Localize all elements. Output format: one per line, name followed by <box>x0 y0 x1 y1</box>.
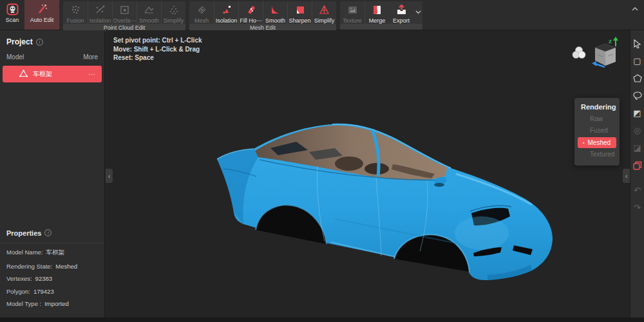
rendering-option-fused[interactable]: Fused <box>574 125 620 137</box>
right-panel-collapse-handle[interactable]: ‹ <box>623 169 630 183</box>
isolation-pc-button[interactable]: Isolation <box>88 1 112 24</box>
rendering-option-raw[interactable]: Raw <box>574 113 620 125</box>
simplify-pc-button[interactable]: Simplify <box>161 1 185 24</box>
merge-icon <box>371 3 384 16</box>
merge-label: Merge <box>369 17 386 24</box>
mesh-icon <box>195 3 208 16</box>
fill-holes-button[interactable]: Fill Ho⋯ <box>238 1 263 24</box>
mesh-model-icon <box>19 70 28 79</box>
rendering-panel-title: Rendering <box>574 103 620 113</box>
fusion-button[interactable]: Fusion <box>63 1 88 24</box>
scan-label: Scan <box>6 17 19 23</box>
fill-holes-icon <box>245 3 258 16</box>
merge-button[interactable]: Merge <box>365 1 389 24</box>
mesh-label: Mesh <box>194 17 209 24</box>
rendering-option-meshed[interactable]: ▪ Meshed <box>578 137 616 148</box>
texture-icon <box>346 3 359 16</box>
smooth-pc-button[interactable]: Smooth <box>137 1 161 24</box>
car-mesh-model[interactable] <box>180 97 567 283</box>
simplify-mesh-label: Simplify <box>314 17 335 24</box>
rectangle-select-icon[interactable]: ▢ <box>632 55 643 66</box>
lasso-select-icon[interactable] <box>632 90 643 101</box>
isolation-pc-label: Isolation <box>90 17 111 24</box>
prop-row-vertexes: Vertexes:92383 <box>0 275 104 282</box>
isolation-mesh-button[interactable]: Isolation <box>214 1 238 24</box>
meshed-bullet-icon: ▪ <box>583 137 584 148</box>
project-info-icon[interactable]: i <box>36 39 43 46</box>
smooth-mesh-label: Smooth <box>265 17 285 24</box>
sharpen-icon <box>294 3 307 16</box>
point-cloud-edit-group: Fusion Isolation Overla⋯ Smooth <box>63 1 185 30</box>
flip-tool-icon[interactable]: ◪ <box>632 142 643 153</box>
overlap-icon <box>118 3 131 16</box>
top-toolbar: Scan Auto Edit Fusion Isolation <box>0 0 644 30</box>
hint-pivot: Set pivot point: Ctrl + L-Click <box>113 36 202 45</box>
prop-row-model-type: Model Type :Imported <box>0 300 104 307</box>
bottom-strip <box>0 317 644 322</box>
auto-edit-label: Auto Edit <box>30 17 54 23</box>
viewport-3d[interactable]: Set pivot point: Ctrl + L-Click Move: Sh… <box>106 30 630 317</box>
properties-divider <box>0 243 104 243</box>
isolation-mesh-label: Isolation <box>216 17 238 24</box>
mesh-edit-group: Mesh Isolation Fill Ho⋯ Smooth <box>189 1 336 30</box>
undo-icon[interactable]: ↶ <box>632 185 643 196</box>
scan-button[interactable]: Scan <box>0 0 24 30</box>
smooth-pc-label: Smooth <box>139 17 159 24</box>
fusion-icon <box>69 3 82 16</box>
auto-edit-button[interactable]: Auto Edit <box>24 0 59 30</box>
simplify-mesh-icon <box>318 3 331 16</box>
fusion-label: Fusion <box>66 17 84 24</box>
export-menu-caret[interactable] <box>413 10 422 14</box>
simplify-mesh-button[interactable]: Simplify <box>312 1 336 24</box>
output-group: Texture Merge Export <box>340 1 422 30</box>
texture-label: Texture <box>343 17 362 24</box>
mesh-button[interactable]: Mesh <box>189 1 214 24</box>
hint-move: Move: Shift + L-Click & Drag <box>113 45 202 54</box>
prop-row-model-name: Model Name:车框架 <box>0 249 104 257</box>
model-list-item[interactable]: 车框架 ⋯ <box>3 66 102 82</box>
toolbar-collapse-button[interactable] <box>630 4 640 14</box>
fill-holes-label: Fill Ho⋯ <box>240 17 262 24</box>
properties-panel: Properties i Model Name:车框架 Rendering St… <box>0 229 104 308</box>
left-panel-collapse-handle[interactable]: ‹ <box>106 169 113 183</box>
overlap-button[interactable]: Overla⋯ <box>112 1 137 24</box>
overlap-label: Overla⋯ <box>113 17 137 24</box>
paint-contrast-icon[interactable]: ◩ <box>632 108 643 118</box>
sharpen-label: Sharpen <box>289 17 310 24</box>
model-item-menu-icon[interactable]: ⋯ <box>88 70 96 79</box>
cursor-select-icon[interactable] <box>632 38 643 49</box>
polygon-select-icon[interactable] <box>632 73 643 84</box>
prop-row-rendering-state: Rendering State:Meshed <box>0 263 104 270</box>
rendering-option-textured[interactable]: Textured <box>574 149 620 160</box>
smooth-pc-icon <box>143 3 156 16</box>
viewport-hints: Set pivot point: Ctrl + L-Click Move: Sh… <box>113 36 202 62</box>
project-panel-title: Project <box>6 37 33 46</box>
selection-toolbar: ▢ ◩ ◎ ◪ ↶ ↷ <box>630 30 644 317</box>
spheres-view-icon[interactable] <box>571 44 587 61</box>
sharpen-button[interactable]: Sharpen <box>287 1 312 24</box>
model-section-label: Model <box>6 53 24 61</box>
overlap-windows-icon[interactable] <box>632 160 643 171</box>
project-panel: Project i Model More 车框架 ⋯ Properties i … <box>0 30 105 317</box>
smooth-mesh-button[interactable]: Smooth <box>263 1 287 24</box>
scan-icon <box>6 3 19 15</box>
z-axis-label: Z <box>609 39 612 44</box>
hint-reset: Reset: Space <box>113 53 202 62</box>
output-group-label <box>340 24 422 30</box>
texture-button[interactable]: Texture <box>340 1 365 24</box>
redo-icon[interactable]: ↷ <box>632 202 643 213</box>
export-button[interactable]: Export <box>389 1 413 24</box>
rendering-panel: Rendering Raw Fused ▪ Meshed Textured <box>574 98 620 166</box>
more-button[interactable]: More <box>83 53 98 61</box>
properties-title: Properties <box>6 229 41 237</box>
isolation-pc-icon <box>94 3 107 16</box>
magic-wand-icon <box>35 3 48 15</box>
properties-info-icon[interactable]: i <box>44 229 52 236</box>
target-tool-icon[interactable]: ◎ <box>632 125 643 136</box>
isolation-mesh-icon <box>220 3 233 16</box>
export-label: Export <box>393 17 410 24</box>
model-item-name: 车框架 <box>33 70 52 79</box>
smooth-mesh-icon <box>269 3 282 16</box>
export-icon <box>395 3 408 16</box>
navigation-cube[interactable]: Z <box>591 37 621 71</box>
